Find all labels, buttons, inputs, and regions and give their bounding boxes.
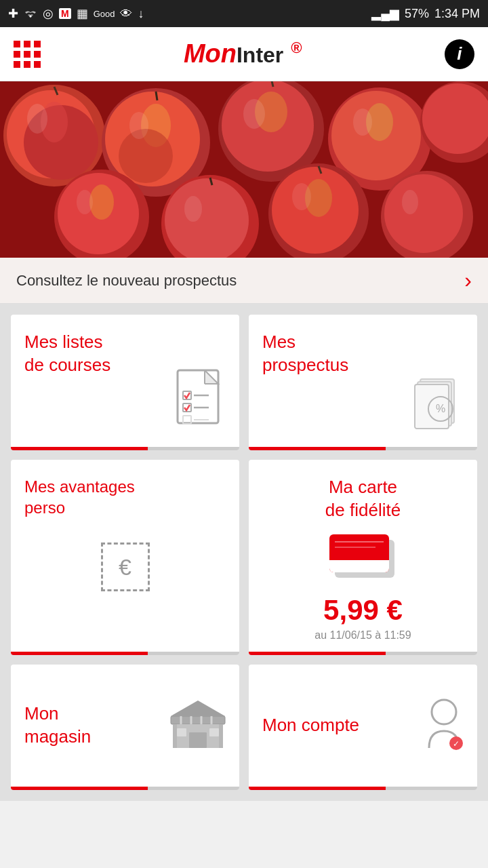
status-bar: ✚ ◎ M ▦ Good 👁 ↓ ▂▄▆ 57% 1:34 PM	[0, 0, 488, 27]
card-fidelite[interactable]: Ma cartede fidélité 5,99 € au 11/06/15 à…	[249, 460, 477, 655]
person-icon: ✓	[422, 697, 466, 754]
svg-rect-64	[209, 728, 219, 736]
menu-button[interactable]	[14, 41, 41, 68]
app-logo: MonInter ®	[184, 39, 302, 68]
plus-icon: ✚	[8, 6, 18, 21]
info-button[interactable]: i	[445, 39, 474, 69]
cards-grid: Mes listesde courses Mesp	[0, 304, 488, 801]
info-icon: i	[457, 43, 462, 64]
card-fidelite-title: Ma cartede fidélité	[262, 476, 464, 522]
battery-pct: 57%	[405, 7, 429, 21]
wifi-icon	[24, 7, 37, 21]
list-icon	[171, 367, 228, 434]
status-right: ▂▄▆ 57% 1:34 PM	[371, 6, 480, 21]
svg-point-33	[27, 104, 47, 134]
promo-banner[interactable]: Consultez le nouveau prospectus ›	[0, 258, 488, 304]
status-icons: ✚ ◎ M ▦ Good 👁 ↓	[8, 6, 144, 21]
svg-rect-66	[219, 724, 223, 748]
widget-icon: ▦	[77, 6, 88, 21]
header: MonInter ® i	[0, 27, 488, 81]
gmail-icon: M	[59, 8, 71, 19]
location-icon: ◎	[43, 6, 54, 21]
card-compte[interactable]: Mon compte ✓	[249, 665, 477, 790]
clock: 1:34 PM	[434, 7, 480, 21]
card-avantages-title: Mes avantagesperso	[24, 476, 226, 518]
card-avantages[interactable]: Mes avantagesperso €	[11, 460, 239, 655]
signal-bars: ▂▄▆	[371, 6, 399, 21]
svg-rect-65	[173, 724, 177, 748]
card-prospectus-title: Mesprospectus	[262, 331, 395, 377]
svg-line-29	[156, 92, 157, 100]
eye-icon: 👁	[120, 7, 132, 21]
svg-point-20	[89, 184, 114, 220]
hero-image	[0, 81, 488, 258]
svg-text:✓: ✓	[453, 739, 460, 749]
promo-arrow-icon: ›	[464, 268, 472, 293]
svg-rect-55	[171, 716, 225, 724]
svg-point-37	[77, 190, 93, 214]
svg-rect-62	[189, 732, 207, 748]
store-icon	[167, 697, 228, 754]
svg-rect-63	[177, 728, 186, 736]
svg-text:%: %	[436, 403, 445, 414]
svg-point-34	[129, 112, 148, 139]
svg-point-40	[402, 190, 418, 214]
svg-point-38	[184, 196, 202, 222]
svg-point-35	[243, 99, 265, 129]
good-badge: Good	[94, 9, 115, 19]
logo-mon: Mon	[184, 39, 237, 68]
svg-point-9	[119, 129, 173, 183]
svg-point-68	[432, 700, 456, 724]
card-magasin-title: Monmagasin	[24, 703, 91, 749]
card-listes-courses[interactable]: Mes listesde courses	[11, 315, 239, 450]
promo-text: Consultez le nouveau prospectus	[16, 272, 237, 290]
card-listes-title: Mes listesde courses	[24, 331, 155, 377]
svg-point-39	[292, 183, 311, 210]
fidelite-date: au 11/06/15 à 11:59	[262, 629, 464, 642]
fidelite-price: 5,99 €	[262, 594, 464, 627]
svg-marker-67	[171, 701, 225, 716]
fidelite-card-visual	[262, 534, 464, 580]
card-magasin[interactable]: Monmagasin	[11, 665, 239, 790]
logo-inter: Inter	[237, 43, 283, 67]
download-icon: ↓	[138, 7, 144, 21]
svg-point-0	[30, 15, 32, 17]
card-compte-title: Mon compte	[262, 714, 359, 737]
card-prospectus[interactable]: Mesprospectus %	[249, 315, 477, 450]
svg-point-36	[353, 108, 372, 136]
prospectus-icon: %	[412, 374, 466, 434]
euro-icon: €	[101, 542, 150, 591]
svg-point-27	[384, 174, 463, 253]
